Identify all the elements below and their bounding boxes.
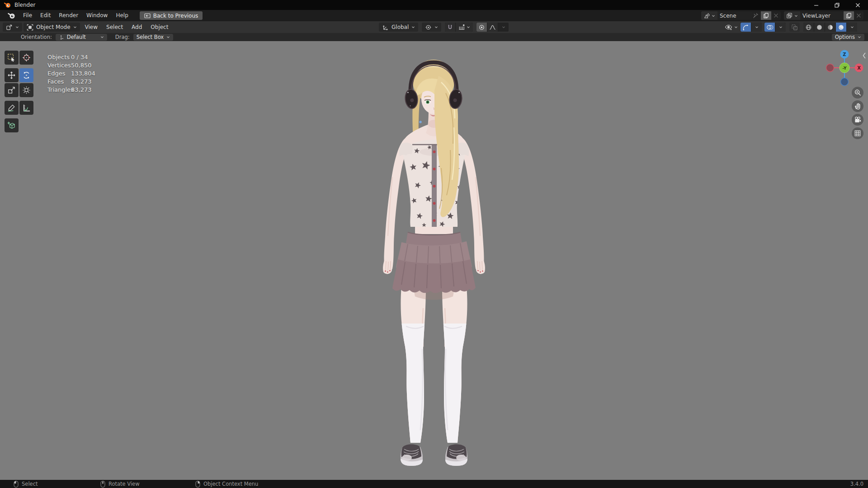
pivot-point-icon [425,24,432,31]
top-menu-bar: File Edit Render Window Help Back to Pre… [0,10,868,21]
overlays-dropdown[interactable] [775,23,786,32]
character-skirt [392,232,476,293]
show-gizmos-toggle[interactable] [741,23,751,32]
scene-unlink-button[interactable] [771,11,781,20]
tool-transform[interactable] [19,83,33,97]
viewport-canvas[interactable]: Objects0 / 34 Vertices50,850 Edges133,80… [0,41,868,480]
chevron-down-icon [712,14,715,17]
scene-name-field[interactable]: Scene [717,11,761,20]
view-layer-name-field[interactable]: ViewLayer [800,11,844,20]
editor-type-button[interactable] [3,23,22,32]
menu-file[interactable]: File [19,11,36,20]
close-icon [856,13,861,18]
earring [419,121,422,123]
axis-z-label: Z [843,52,846,57]
transform-orientation-dropdown[interactable]: Global [379,23,418,32]
hand-icon [854,103,861,110]
orientation-label: Orientation: [21,34,52,40]
blender-window: Blender File Edit Render Window Help Bac [0,0,868,488]
shading-rendered-button[interactable] [836,23,846,32]
scene-icon [703,13,710,19]
hint-select: Select [14,480,38,488]
chevron-down-icon [411,26,415,28]
magnifier-plus-icon [854,89,862,97]
toggle-perspective-button[interactable] [852,127,863,139]
zoom-button[interactable] [852,87,863,99]
camera-view-button[interactable] [852,114,863,126]
tool-move[interactable] [5,68,19,82]
snap-target-dropdown[interactable] [456,23,473,32]
view-layer-browse-button[interactable] [784,11,800,20]
scene-browse-button[interactable] [701,11,717,20]
tool-cursor[interactable] [19,51,33,65]
cursor-icon [22,53,31,62]
character-model [370,55,498,469]
axis-minus-z-handle[interactable] [841,78,849,86]
pivot-point-dropdown[interactable] [422,23,441,32]
gizmos-dropdown[interactable] [751,23,762,32]
axis-minus-x-handle[interactable] [826,64,834,72]
object-visibility-dropdown[interactable] [725,24,738,31]
menu-view[interactable]: View [81,23,101,32]
tool-measure[interactable] [19,101,33,115]
tool-annotate[interactable] [5,101,19,115]
blender-logo-icon [4,2,11,8]
overlays-controls [764,23,786,32]
proportional-editing-toggle[interactable] [476,23,487,32]
view-layer-selector: ViewLayer [784,11,863,20]
select-box-icon [7,53,16,62]
close-button[interactable] [847,0,868,10]
show-overlays-toggle[interactable] [764,23,775,32]
camera-icon [854,116,862,124]
tool-select-box[interactable] [5,51,19,65]
menu-edit[interactable]: Edit [36,11,55,20]
shading-dropdown[interactable] [847,23,857,32]
wireframe-shading-icon [805,24,812,31]
sidebar-collapse-arrow[interactable] [862,52,866,59]
title-bar: Blender [0,0,868,10]
menu-add[interactable]: Add [128,23,146,32]
pan-button[interactable] [852,100,863,112]
mouse-right-icon [195,481,200,488]
tool-scale[interactable] [5,83,19,97]
options-button[interactable]: Options [832,34,864,41]
shading-wireframe-button[interactable] [803,23,814,32]
pin-icon[interactable] [753,13,759,19]
falloff-chevron-button[interactable] [498,23,509,32]
stat-objects: Objects0 / 34 [47,53,95,61]
back-screen-icon [144,13,151,19]
menu-window[interactable]: Window [82,11,112,20]
proportional-falloff-dropdown[interactable] [487,23,498,32]
snap-toggle[interactable] [445,23,455,32]
material-preview-icon [827,24,834,31]
xray-toggle[interactable] [789,23,800,32]
scene-new-copy-button[interactable] [761,11,771,20]
shading-material-button[interactable] [825,23,835,32]
chevron-down-icon [779,26,783,28]
mode-dropdown[interactable]: Object Mode [24,23,80,32]
shading-mode-buttons [803,23,857,32]
proportional-editing-icon [478,24,485,31]
restore-button[interactable] [826,0,847,10]
blender-logo-icon[interactable] [8,13,15,19]
menu-help[interactable]: Help [112,11,132,20]
back-to-previous-button[interactable]: Back to Previous [140,11,203,20]
drag-label: Drag: [115,34,130,40]
magnet-icon [447,24,453,31]
view-layer-new-button[interactable] [844,11,854,20]
statistics-overlay: Objects0 / 34 Vertices50,850 Edges133,80… [47,53,95,94]
view-layer-remove-button[interactable] [854,11,863,20]
measure-icon [22,103,31,112]
axis-x-label: X [857,66,861,70]
stat-edges: Edges133,804 [47,70,95,78]
menu-object[interactable]: Object [147,23,172,32]
navigation-axis-gizmo[interactable]: Z X -Y [824,45,865,90]
menu-select[interactable]: Select [103,23,127,32]
orientation-dropdown[interactable]: Default [56,34,107,41]
menu-render[interactable]: Render [55,11,82,20]
drag-dropdown[interactable]: Select Box [133,34,174,41]
shading-solid-button[interactable] [814,23,825,32]
tool-rotate[interactable] [19,68,33,82]
minimize-button[interactable] [806,0,826,10]
tool-add-cube[interactable] [5,118,19,132]
